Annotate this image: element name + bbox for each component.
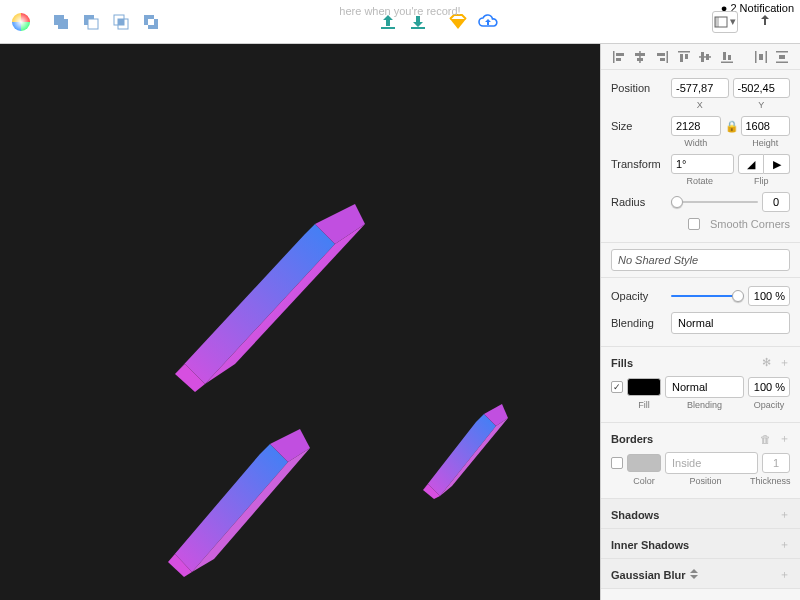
opacity-label: Opacity bbox=[611, 290, 667, 302]
blending-select[interactable]: Normal bbox=[671, 312, 790, 334]
svg-rect-50 bbox=[779, 55, 785, 59]
position-label: Position bbox=[611, 82, 667, 94]
fills-settings-icon[interactable]: ✻ bbox=[762, 356, 771, 369]
svg-rect-31 bbox=[635, 53, 645, 56]
union-icon[interactable] bbox=[48, 9, 74, 35]
svg-rect-48 bbox=[776, 51, 788, 53]
borders-header: Borders bbox=[611, 433, 653, 445]
border-enabled-checkbox[interactable] bbox=[611, 457, 623, 469]
align-vcenter-icon[interactable] bbox=[697, 49, 713, 65]
svg-rect-37 bbox=[680, 54, 683, 62]
geometry-section: Position -577,87 -502,45 XY Size 2128 🔒 … bbox=[601, 70, 800, 243]
border-thickness-input[interactable]: 1 bbox=[762, 453, 790, 473]
svg-rect-2 bbox=[58, 19, 68, 29]
svg-rect-44 bbox=[728, 55, 731, 60]
position-y-input[interactable]: -502,45 bbox=[733, 78, 791, 98]
radius-input[interactable]: 0 bbox=[762, 192, 790, 212]
share-up-icon[interactable] bbox=[752, 9, 778, 35]
align-left-icon[interactable] bbox=[611, 49, 627, 65]
blur-type-popup-icon[interactable] bbox=[690, 569, 698, 579]
svg-rect-43 bbox=[723, 52, 726, 60]
shared-style-select[interactable]: No Shared Style bbox=[611, 249, 790, 271]
svg-point-0 bbox=[12, 13, 30, 31]
svg-rect-14 bbox=[715, 17, 719, 27]
fill-blend-select[interactable]: Normal bbox=[665, 376, 744, 398]
svg-rect-49 bbox=[776, 61, 788, 63]
svg-rect-32 bbox=[637, 58, 643, 61]
inner-shadows-add-icon[interactable]: ＋ bbox=[779, 537, 790, 552]
flip-vertical-button[interactable]: ▶ bbox=[764, 154, 790, 174]
height-input[interactable]: 1608 bbox=[741, 116, 791, 136]
transform-label: Transform bbox=[611, 158, 667, 170]
fills-add-icon[interactable]: ＋ bbox=[779, 355, 790, 370]
fill-opacity-input[interactable]: 100 % bbox=[748, 377, 790, 397]
svg-rect-39 bbox=[699, 56, 711, 58]
import-down-arrow-icon[interactable] bbox=[405, 9, 431, 35]
svg-rect-29 bbox=[616, 58, 621, 61]
svg-rect-42 bbox=[721, 61, 733, 63]
color-wheel-icon[interactable] bbox=[8, 9, 34, 35]
svg-marker-15 bbox=[175, 224, 335, 384]
fills-header: Fills bbox=[611, 357, 633, 369]
opacity-slider[interactable] bbox=[671, 289, 744, 303]
gradient-prism-medium[interactable] bbox=[160, 414, 320, 579]
svg-rect-30 bbox=[640, 51, 642, 63]
svg-rect-10 bbox=[148, 19, 154, 25]
svg-rect-38 bbox=[685, 54, 688, 59]
blending-label: Blending bbox=[611, 317, 667, 329]
svg-rect-45 bbox=[755, 51, 757, 63]
align-top-icon[interactable] bbox=[676, 49, 692, 65]
cloud-upload-icon[interactable] bbox=[475, 9, 501, 35]
sketch-diamond-icon[interactable] bbox=[445, 9, 471, 35]
gradient-prism-large[interactable] bbox=[165, 174, 375, 394]
svg-marker-23 bbox=[423, 414, 496, 496]
canvas[interactable] bbox=[0, 44, 600, 600]
svg-marker-17 bbox=[205, 224, 365, 384]
app-toolbar: here when you're record! ▾ bbox=[0, 0, 800, 44]
border-color-swatch[interactable] bbox=[627, 454, 661, 472]
view-options-button[interactable]: ▾ bbox=[712, 11, 738, 33]
intersect-icon[interactable] bbox=[108, 9, 134, 35]
inspector-panel: Position -577,87 -502,45 XY Size 2128 🔒 … bbox=[600, 44, 800, 600]
svg-rect-35 bbox=[660, 58, 665, 61]
smooth-corners-checkbox[interactable] bbox=[688, 218, 700, 230]
rotate-input[interactable]: 1° bbox=[671, 154, 734, 174]
svg-rect-7 bbox=[118, 19, 124, 25]
gradient-prism-small[interactable] bbox=[418, 396, 508, 501]
svg-rect-4 bbox=[88, 19, 98, 29]
align-bottom-icon[interactable] bbox=[719, 49, 735, 65]
flip-horizontal-button[interactable]: ◢ bbox=[738, 154, 765, 174]
radius-slider[interactable] bbox=[671, 195, 758, 209]
svg-rect-46 bbox=[765, 51, 767, 63]
shadows-add-icon[interactable]: ＋ bbox=[779, 507, 790, 522]
distribute-h-icon[interactable] bbox=[753, 49, 769, 65]
svg-rect-47 bbox=[759, 54, 763, 60]
fill-enabled-checkbox[interactable] bbox=[611, 381, 623, 393]
distribute-v-icon[interactable] bbox=[774, 49, 790, 65]
align-hcenter-icon[interactable] bbox=[632, 49, 648, 65]
export-up-arrow-icon[interactable] bbox=[375, 9, 401, 35]
svg-rect-33 bbox=[667, 51, 669, 63]
border-position-select[interactable]: Inside bbox=[665, 452, 758, 474]
width-input[interactable]: 2128 bbox=[671, 116, 721, 136]
smooth-corners-label: Smooth Corners bbox=[710, 218, 790, 230]
gaussian-blur-header: Gaussian Blur bbox=[611, 569, 698, 581]
align-right-icon[interactable] bbox=[654, 49, 670, 65]
svg-rect-28 bbox=[616, 53, 624, 56]
borders-add-icon[interactable]: ＋ bbox=[779, 431, 790, 446]
opacity-input[interactable]: 100 % bbox=[748, 286, 790, 306]
size-label: Size bbox=[611, 120, 667, 132]
svg-rect-41 bbox=[706, 54, 709, 60]
shadows-header: Shadows bbox=[611, 509, 659, 521]
svg-rect-27 bbox=[613, 51, 615, 63]
blur-add-icon[interactable]: ＋ bbox=[779, 567, 790, 582]
borders-delete-icon[interactable]: 🗑 bbox=[760, 433, 771, 445]
difference-icon[interactable] bbox=[138, 9, 164, 35]
subtract-icon[interactable] bbox=[78, 9, 104, 35]
position-x-input[interactable]: -577,87 bbox=[671, 78, 729, 98]
fill-color-swatch[interactable] bbox=[627, 378, 661, 396]
svg-rect-12 bbox=[411, 27, 425, 29]
lock-aspect-icon[interactable]: 🔒 bbox=[725, 120, 737, 133]
radius-label: Radius bbox=[611, 196, 667, 208]
svg-rect-36 bbox=[678, 51, 690, 53]
